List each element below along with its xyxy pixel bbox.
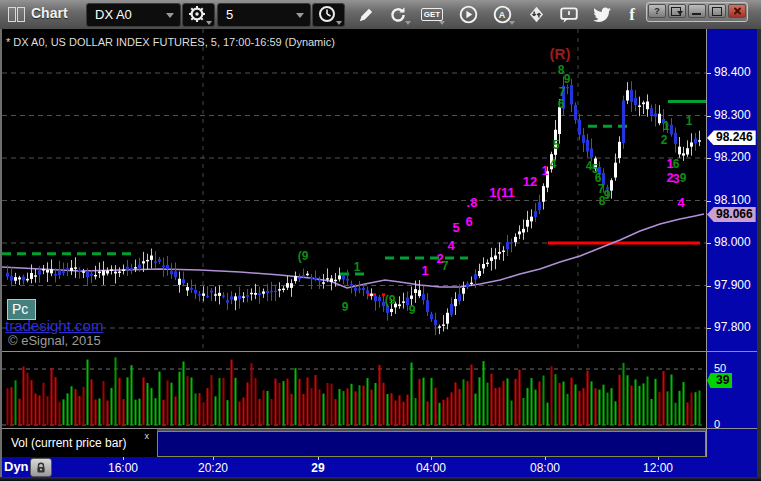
chevron-down-icon — [296, 13, 304, 18]
volume-bar — [107, 401, 109, 425]
candlestick — [82, 271, 85, 272]
volume-bar — [495, 388, 497, 425]
candlestick — [526, 220, 529, 227]
watermark-link: tradesight.com — [5, 317, 103, 334]
candlestick — [670, 125, 673, 135]
candlestick — [146, 260, 149, 261]
time-template-button[interactable] — [312, 3, 345, 27]
popout-button[interactable] — [668, 4, 686, 18]
volume-bar — [175, 397, 177, 425]
volume-bar — [283, 381, 285, 425]
title-bar[interactable]: Chart DX A0 5 — [0, 0, 761, 30]
candlestick — [686, 148, 689, 154]
candlestick — [134, 267, 137, 268]
candlestick — [566, 87, 569, 88]
volume-bar — [275, 379, 277, 425]
close-icon[interactable]: x — [145, 431, 150, 441]
volume-bar — [43, 383, 45, 425]
candlestick — [358, 289, 361, 291]
candlestick — [110, 269, 113, 270]
volume-canvas[interactable] — [2, 352, 706, 428]
wave-count-label: 9 — [604, 188, 611, 202]
volume-bar — [387, 394, 389, 425]
wave-count-label: 9 — [342, 300, 349, 314]
time-tick-mark — [658, 457, 659, 460]
candlestick — [614, 163, 617, 178]
wave-count-label: 4 — [447, 238, 455, 253]
volume-bar — [699, 391, 701, 425]
volume-bar — [259, 399, 261, 425]
alerts-button[interactable]: A — [488, 2, 516, 27]
volume-bar — [423, 378, 425, 425]
close-button[interactable] — [728, 4, 746, 18]
replay-button[interactable] — [454, 2, 482, 27]
candlestick — [650, 108, 653, 115]
candlestick — [250, 293, 253, 294]
chat-button[interactable] — [555, 2, 583, 27]
candlestick — [26, 279, 29, 281]
copyright-label: © eSignal, 2015 — [8, 333, 101, 348]
time-tick-label: 12:00 — [643, 461, 673, 475]
volume-bar — [563, 382, 565, 425]
lock-icon — [35, 462, 47, 474]
volume-bar — [531, 378, 533, 425]
chevron-down-icon — [509, 21, 515, 25]
candlestick — [210, 291, 213, 293]
share-twitter-button[interactable] — [588, 2, 616, 27]
volume-bar — [55, 377, 57, 425]
volume-pane[interactable] — [2, 352, 706, 428]
reload-data-button[interactable] — [384, 2, 412, 27]
wave-count-label: (9 — [385, 293, 396, 307]
candlestick — [502, 251, 505, 252]
price-tick-mark — [707, 328, 711, 329]
candlestick — [190, 288, 193, 290]
time-axis[interactable]: Dyn 16:0020:202904:0008:0012:00 — [2, 457, 757, 477]
time-tick-mark — [431, 457, 432, 460]
volume-bar — [443, 400, 445, 425]
candlestick — [474, 274, 477, 279]
volume-bar — [595, 388, 597, 425]
volume-bar — [455, 382, 457, 425]
price-chart-canvas[interactable]: (R)12456.81(111211234456789456789121691(… — [2, 29, 706, 351]
window-controls: ? — [646, 2, 748, 22]
candlestick — [586, 140, 589, 152]
minimize-button[interactable] — [688, 4, 706, 18]
twitter-icon — [592, 5, 612, 25]
price-chart-pane[interactable]: (R)12456.81(111211234456789456789121691(… — [2, 29, 706, 351]
candlestick — [278, 289, 281, 290]
maximize-button[interactable] — [708, 4, 726, 18]
scale-lock-button[interactable] — [30, 458, 52, 477]
candlestick — [454, 299, 457, 306]
trade-button[interactable] — [522, 2, 550, 27]
draw-tools-button[interactable] — [352, 2, 380, 27]
get-quotes-icon: GET — [421, 8, 443, 21]
indicator-tab-vol[interactable]: Vol (current price bar) x — [2, 429, 157, 457]
candlestick — [150, 256, 153, 260]
symbol-settings-button[interactable] — [182, 3, 215, 27]
candlestick — [174, 271, 177, 277]
candlestick — [178, 279, 181, 285]
candlestick — [154, 261, 157, 262]
help-button[interactable]: ? — [648, 4, 666, 18]
interval-combo[interactable]: 5 — [217, 3, 311, 27]
symbol-combo[interactable]: DX A0 — [86, 3, 181, 27]
chevron-down-icon — [336, 21, 342, 25]
volume-bar — [371, 390, 373, 425]
volume-bar — [151, 388, 153, 425]
candlestick — [518, 231, 521, 234]
wave-count-label: 12 — [523, 174, 537, 189]
volume-bar — [91, 379, 93, 425]
volume-bar — [559, 383, 561, 425]
candlestick — [98, 272, 101, 274]
time-tick-mark — [545, 457, 546, 460]
get-quotes-button[interactable]: GET — [418, 2, 446, 27]
volume-bar — [267, 391, 269, 425]
volume-bar — [539, 382, 541, 425]
dyn-mode-button[interactable]: Dyn — [4, 459, 29, 474]
volume-bar — [167, 380, 169, 425]
volume-bar — [63, 399, 65, 425]
price-axis[interactable]: 98.40098.30098.20098.10098.00097.90097.8… — [706, 29, 758, 457]
share-facebook-button[interactable]: f — [622, 2, 642, 27]
last-price-badge: 98.246 — [707, 130, 756, 145]
volume-bar — [271, 399, 273, 425]
